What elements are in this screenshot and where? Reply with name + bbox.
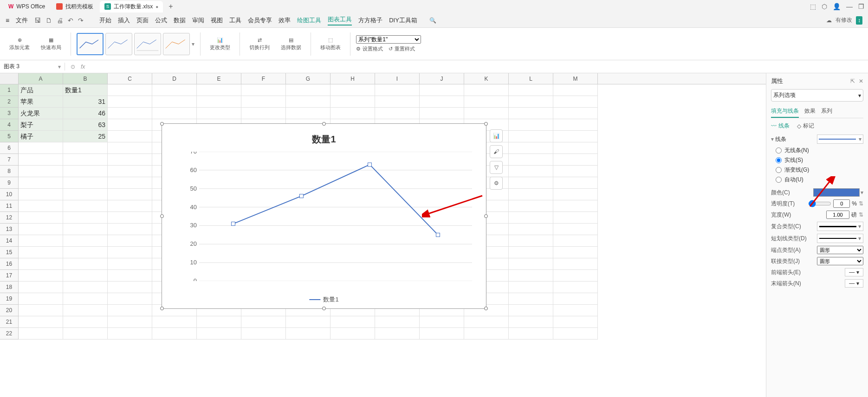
cell[interactable]	[241, 108, 286, 119]
cell[interactable]	[197, 96, 241, 108]
cell[interactable]	[19, 282, 63, 293]
cell[interactable]	[509, 96, 553, 108]
cell[interactable]	[108, 212, 152, 224]
chart-style-3[interactable]	[134, 33, 161, 55]
cell[interactable]: 46	[63, 108, 108, 119]
cell[interactable]	[63, 293, 108, 305]
cell[interactable]	[63, 200, 108, 212]
cell[interactable]	[553, 108, 598, 119]
cell[interactable]	[108, 235, 152, 247]
cell[interactable]	[509, 131, 553, 142]
chart-styles-button[interactable]: 🖌	[490, 145, 503, 158]
cell[interactable]	[63, 328, 108, 339]
cell[interactable]	[509, 212, 553, 224]
col-header-J[interactable]: J	[420, 73, 464, 84]
cell[interactable]	[509, 247, 553, 258]
cell[interactable]	[553, 189, 598, 200]
save-icon[interactable]: 🖫	[34, 17, 41, 24]
cell[interactable]	[464, 316, 509, 328]
cell[interactable]	[553, 119, 598, 131]
select-all-corner[interactable]	[0, 73, 19, 84]
arrow-front-dropdown[interactable]: — ▾	[845, 268, 863, 276]
cell[interactable]	[420, 96, 464, 108]
series-select[interactable]: 系列"数量1"	[356, 35, 421, 44]
file-menu[interactable]: 文件	[16, 16, 28, 25]
cell[interactable]	[509, 108, 553, 119]
row-header-13[interactable]: 13	[0, 224, 19, 235]
cell[interactable]	[63, 316, 108, 328]
print-preview-icon[interactable]: 🗋	[45, 17, 52, 24]
cell[interactable]	[19, 316, 63, 328]
row-header-11[interactable]: 11	[0, 200, 19, 212]
series-options-dropdown[interactable]: 系列选项 ▾	[771, 89, 863, 102]
cell[interactable]	[241, 328, 286, 339]
cell[interactable]	[108, 108, 152, 119]
name-box[interactable]: 图表 3 ▾	[0, 63, 65, 70]
redo-icon[interactable]: ↷	[78, 17, 84, 24]
cell[interactable]	[197, 316, 241, 328]
menu-data[interactable]: 数据	[174, 16, 186, 25]
cell[interactable]	[19, 293, 63, 305]
cell[interactable]	[330, 316, 375, 328]
cell[interactable]	[509, 142, 553, 154]
cell[interactable]	[152, 84, 197, 96]
cell[interactable]	[108, 328, 152, 339]
opacity-spinner-icon[interactable]: ⇅	[859, 200, 863, 207]
cell[interactable]: 橘子	[19, 131, 63, 142]
arrow-end-dropdown[interactable]: — ▾	[845, 279, 863, 288]
row-header-18[interactable]: 18	[0, 282, 19, 293]
row-header-16[interactable]: 16	[0, 258, 19, 270]
cell[interactable]	[108, 84, 152, 96]
cell[interactable]	[553, 224, 598, 235]
app-tab[interactable]: W WPS Office	[4, 1, 50, 12]
color-swatch[interactable]	[813, 188, 860, 197]
subtab-marker[interactable]: ◇标记	[797, 122, 814, 130]
row-header-17[interactable]: 17	[0, 270, 19, 282]
col-header-G[interactable]: G	[286, 73, 330, 84]
cell[interactable]	[553, 200, 598, 212]
cell[interactable]	[108, 131, 152, 142]
cell[interactable]	[553, 316, 598, 328]
line-preview-dropdown[interactable]: ▾	[817, 134, 863, 144]
cell[interactable]	[152, 96, 197, 108]
menu-review[interactable]: 审阅	[192, 16, 204, 25]
cell[interactable]	[108, 154, 152, 166]
change-type-button[interactable]: 📊 更改类型	[206, 35, 234, 53]
col-header-D[interactable]: D	[152, 73, 197, 84]
tab-effect[interactable]: 效果	[804, 105, 816, 118]
cell[interactable]	[509, 154, 553, 166]
cell[interactable]	[19, 212, 63, 224]
changes-label[interactable]: 有修改	[836, 16, 852, 24]
menu-diy[interactable]: DIY工具箱	[389, 16, 417, 25]
cell[interactable]	[286, 328, 330, 339]
quick-layout-button[interactable]: ▦ 快速布局	[37, 35, 65, 53]
menu-page[interactable]: 页面	[136, 16, 149, 25]
switch-rc-button[interactable]: ⇄ 切换行列	[246, 35, 273, 53]
cell[interactable]	[375, 328, 420, 339]
cap-select[interactable]: 圆形	[817, 246, 863, 254]
cell[interactable]	[509, 293, 553, 305]
cell[interactable]	[553, 96, 598, 108]
cell[interactable]	[375, 316, 420, 328]
col-header-C[interactable]: C	[108, 73, 152, 84]
cell[interactable]	[509, 328, 553, 339]
cell[interactable]	[19, 247, 63, 258]
cell[interactable]	[19, 270, 63, 282]
workbook-tab[interactable]: S 工作簿数量.xlsx ●	[100, 1, 163, 13]
cell[interactable]	[330, 328, 375, 339]
cell[interactable]	[19, 258, 63, 270]
cell[interactable]	[553, 328, 598, 339]
cell[interactable]	[108, 293, 152, 305]
search-icon[interactable]: 🔍	[429, 17, 436, 24]
cell[interactable]	[286, 108, 330, 119]
cell[interactable]	[241, 316, 286, 328]
cell[interactable]	[197, 108, 241, 119]
add-element-button[interactable]: ⊕ 添加元素	[6, 35, 33, 53]
color-dropdown-icon[interactable]: ▾	[861, 189, 863, 196]
cell[interactable]	[108, 305, 152, 316]
cell[interactable]	[553, 212, 598, 224]
cell[interactable]	[464, 96, 509, 108]
menu-formula[interactable]: 公式	[155, 16, 167, 25]
compound-dropdown[interactable]: ▾	[817, 222, 863, 231]
row-header-10[interactable]: 10	[0, 189, 19, 200]
